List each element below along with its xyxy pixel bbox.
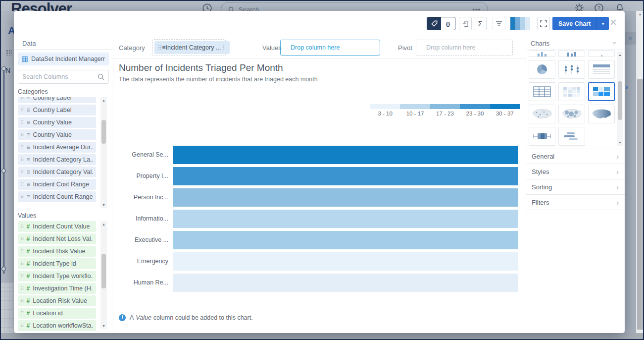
table-icon	[22, 56, 28, 62]
panel-section-row[interactable]: Sorting ›	[526, 179, 625, 195]
value-column-chip[interactable]: ⠿ # Incident Type workflo...	[18, 271, 96, 282]
scroll-down-arrow-icon[interactable]: ▼	[617, 141, 623, 144]
drag-handle-icon: ⠿	[21, 170, 24, 174]
chart-type-choropleth-map-icon[interactable]	[588, 105, 615, 123]
scroll-up-arrow-icon[interactable]: ▲	[100, 99, 107, 102]
fullscreen-button[interactable]	[537, 17, 550, 30]
scroll-up-arrow-icon[interactable]: ▲	[100, 223, 107, 226]
insert-icon	[462, 20, 469, 27]
chart-type-table-icon[interactable]	[588, 60, 615, 79]
legend-labels: 3 - 1010 - 1717 - 2323 - 3030 - 37	[370, 111, 520, 116]
chart-type-dot-plot-icon[interactable]	[558, 60, 585, 79]
value-column-chip[interactable]: ⠿ # Incident Net Loss Val...	[18, 233, 96, 244]
category-column-chip[interactable]: ⠿ ≡ Country Value	[18, 129, 96, 140]
bar-row: Property I...	[119, 167, 518, 185]
pivot-drop-zone[interactable]: Drop column here	[416, 40, 513, 56]
chart-type-map-pins-icon[interactable]	[529, 105, 555, 123]
panel-section-label: General	[532, 153, 554, 160]
background-nav-letter: N	[5, 66, 10, 74]
tag-icon	[431, 20, 438, 27]
category-column-label: Incident Cost Range	[33, 181, 89, 188]
chart-type-stacked-column-icon[interactable]	[558, 50, 585, 57]
kebab-menu-icon[interactable]: ⋮	[221, 44, 227, 51]
numeric-hash-icon: #	[27, 285, 30, 292]
chart-builder-modal: {} Σ Save Chart ▾ × Data DataSet Inciden…	[14, 11, 625, 333]
category-drop-zone[interactable]: ⠿ ≡ Incident Category ... ⋮	[152, 39, 226, 56]
chart-type-column-icon[interactable]	[529, 50, 555, 57]
collapse-chevron-icon[interactable]: ›	[611, 42, 619, 44]
category-assigned-chip[interactable]: ⠿ ≡ Incident Category ... ⋮	[154, 41, 230, 54]
filter-button[interactable]	[493, 17, 505, 30]
chart-type-pie-icon[interactable]	[529, 60, 555, 79]
category-column-chip[interactable]: ⠿ ≡ Country Value	[18, 117, 96, 128]
chart-hint-note: i A Value column could be added to this …	[119, 314, 253, 321]
insert-column-button[interactable]	[459, 17, 472, 30]
categories-scrollbar-thumb[interactable]	[101, 120, 106, 144]
background-page-letter: A	[8, 25, 14, 37]
values-scrollbar-thumb[interactable]	[101, 254, 106, 288]
canvas-anchor-point	[1, 66, 6, 71]
category-list-icon: ≡	[27, 193, 30, 200]
label-mode-toggle[interactable]: {}	[427, 17, 455, 30]
category-column-chip[interactable]: ⠿ ≡ Incident Category Val...	[18, 167, 96, 177]
value-column-chip[interactable]: ⠿ # Location id	[18, 308, 96, 319]
values-drop-zone[interactable]: Drop column here	[280, 40, 380, 56]
category-column-chip[interactable]: ⠿ ≡ Incident Average Dur...	[18, 142, 96, 153]
save-chart-button[interactable]: Save Chart	[552, 17, 596, 30]
background-right-sliver: » › ▲	[625, 11, 644, 333]
value-column-chip[interactable]: ⠿ # Incident Type id	[18, 258, 96, 269]
numeric-hash-icon: #	[27, 248, 30, 255]
value-column-label: Location id	[33, 310, 62, 317]
category-column-chip[interactable]: ⠿ ≡ Incident Count Range	[18, 191, 96, 202]
value-column-chip[interactable]: ⠿ # Investigation Time (H...	[18, 283, 96, 294]
page-scrollbar: ▲	[636, 11, 644, 333]
chart-type-gantt-icon[interactable]	[558, 127, 585, 146]
save-chart-split-button[interactable]: Save Chart ▾	[552, 17, 609, 30]
category-column-chip[interactable]: ⠿ ≡ Incident Category La...	[18, 154, 96, 165]
chart-types-scrollbar-thumb[interactable]	[618, 81, 622, 120]
braces-mode-button[interactable]: {}	[441, 17, 455, 30]
close-modal-button[interactable]: ×	[606, 16, 620, 30]
chart-legend: 3 - 1010 - 1717 - 2323 - 3030 - 37	[370, 104, 520, 116]
category-column-chip[interactable]: ⠿ ≡ Incident Cost Range	[18, 179, 96, 190]
panel-section-row[interactable]: Styles ›	[526, 164, 625, 179]
dataset-item[interactable]: DataSet Incident Managem...	[18, 53, 109, 65]
drag-handle-icon: ⠿	[21, 132, 24, 137]
aggregate-sigma-button[interactable]: Σ	[474, 17, 487, 30]
scroll-down-arrow-icon[interactable]: ▼	[100, 324, 107, 328]
charts-panel-title: Charts	[531, 40, 549, 47]
numeric-hash-icon: #	[27, 223, 30, 230]
category-column-chip[interactable]: ⠿ ≡ Country Label	[18, 105, 96, 115]
panel-section-row[interactable]: Filters ›	[526, 195, 625, 210]
value-column-chip[interactable]: ⠿ # Location Risk Value	[18, 295, 96, 306]
scroll-up-arrow-icon: ▲	[636, 12, 644, 16]
value-column-chip[interactable]: ⠿ # Incident Risk Value	[18, 246, 96, 257]
value-column-chip[interactable]: ⠿ # Location workflowSta...	[18, 320, 96, 331]
chart-type-map-bubbles-icon[interactable]	[558, 105, 585, 123]
chart-type-grid-table-icon[interactable]	[529, 82, 555, 101]
drag-handle-icon: ⠿	[21, 108, 24, 113]
search-icon	[98, 73, 104, 80]
chart-type-line-icon[interactable]	[588, 50, 615, 57]
pivot-drop-label: Pivot	[398, 44, 412, 52]
scroll-up-arrow-icon[interactable]: ▲	[617, 53, 623, 57]
color-palette-button[interactable]	[510, 17, 530, 30]
category-column-label: Country Value	[33, 131, 72, 138]
chart-type-box-plot-icon[interactable]	[529, 127, 555, 146]
legend-bucket-label: 23 - 30	[460, 111, 490, 116]
categories-list: ⠿ ≡ Country Label ⠿ ≡ Country Label ⠿ ≡ …	[18, 97, 96, 208]
panel-section-row[interactable]: General ›	[526, 149, 625, 164]
value-column-chip[interactable]: ⠿ # Incident Count Value	[18, 221, 96, 232]
chart-type-heatmap-light-icon[interactable]	[558, 82, 585, 101]
chart-type-heatmap-icon-selected[interactable]	[588, 82, 615, 101]
category-list-icon: ≡	[27, 169, 30, 175]
panel-section-label: Sorting	[532, 183, 552, 191]
drag-handle-icon: ⠿	[21, 311, 24, 316]
search-columns-input[interactable]	[22, 73, 98, 80]
fullscreen-icon	[540, 20, 547, 27]
drag-handle-icon: ⠿	[21, 274, 24, 279]
scroll-down-arrow-icon[interactable]: ▼	[100, 203, 107, 207]
category-column-chip[interactable]: ⠿ ≡ Country Label	[18, 97, 96, 103]
tag-mode-button[interactable]	[427, 17, 441, 30]
palette-swatch	[510, 17, 515, 30]
